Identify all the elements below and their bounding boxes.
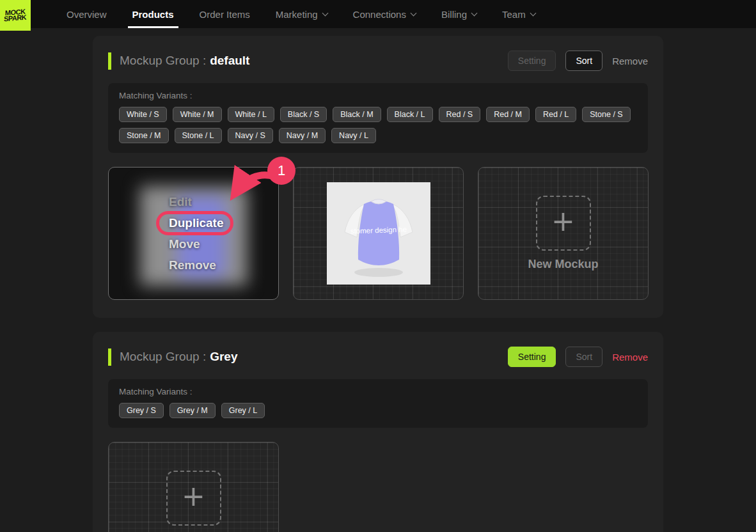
mockup-card-shirt[interactable]: stomer design he [293, 167, 464, 300]
matching-variants-panel: Matching Variants : White / S White / M … [108, 83, 648, 153]
variant-chip[interactable]: White / S [119, 107, 167, 122]
nav-item-label: Order Items [200, 9, 250, 20]
remove-group-button[interactable]: Remove [612, 347, 648, 367]
accent-bar [108, 348, 111, 366]
nav-item-label: Team [502, 9, 526, 20]
nav-item[interactable]: Connections [340, 0, 429, 28]
variant-chip[interactable]: Grey / S [119, 403, 164, 418]
nav-item[interactable]: Overview [54, 0, 120, 28]
nav-item[interactable]: Marketing [263, 0, 340, 28]
variant-chip[interactable]: Stone / L [175, 128, 222, 143]
context-menu: Edit Duplicate Move Remove [169, 196, 224, 272]
plus-icon: + [182, 482, 205, 510]
chevron-down-icon [471, 10, 478, 16]
matching-variants-label: Matching Variants : [119, 387, 637, 396]
context-menu-item[interactable]: Remove [169, 259, 216, 272]
nav-item-label: Marketing [276, 9, 318, 20]
variant-chip[interactable]: Stone / S [582, 107, 630, 122]
context-menu-item[interactable]: Edit [169, 196, 192, 208]
nav-menu: Overview Products Order Items Marketing … [54, 0, 548, 28]
setting-button[interactable]: Setting [508, 51, 556, 71]
nav-item[interactable]: Billing [429, 0, 489, 28]
new-mockup-label: New Mockup [478, 258, 648, 271]
variant-chip-list: Grey / S Grey / M Grey / L [119, 403, 637, 418]
nav-item-label: Overview [67, 9, 107, 20]
matching-variants-label: Matching Variants : [119, 91, 637, 100]
context-menu-item[interactable]: Move [169, 238, 200, 251]
variant-chip[interactable]: Red / M [486, 107, 530, 122]
variant-chip[interactable]: Stone / M [119, 128, 169, 143]
annotation-step-badge: 1 [267, 157, 295, 185]
shirt-mockup-image: stomer design he [327, 182, 430, 285]
chevron-down-icon [322, 10, 328, 16]
section-title-prefix: Mockup Group : [120, 350, 206, 363]
variant-chip[interactable]: Red / S [439, 107, 481, 122]
sort-button[interactable]: Sort [565, 347, 602, 367]
section-header: Mockup Group :default Setting Sort Remov… [108, 51, 648, 71]
new-mockup-card[interactable]: + New Mockup [108, 442, 279, 532]
chevron-down-icon [411, 10, 417, 16]
nav-item[interactable]: Products [120, 0, 187, 28]
section-title-value: default [210, 54, 249, 67]
section-title-prefix: Mockup Group : [120, 54, 206, 67]
section-title: Mockup Group :Grey [120, 350, 237, 364]
setting-button[interactable]: Setting [508, 347, 556, 367]
section-header: Mockup Group :Grey Setting Sort Remove [108, 347, 648, 367]
variant-chip[interactable]: Grey / M [169, 403, 216, 418]
app-logo-text: MOCK SPARK [4, 8, 26, 22]
variant-chip[interactable]: Navy / L [331, 128, 376, 143]
variant-chip[interactable]: Black / M [333, 107, 381, 122]
variant-chip[interactable]: Navy / S [228, 128, 273, 143]
chevron-down-icon [530, 10, 536, 16]
section-title-value: Grey [210, 350, 237, 363]
variant-chip[interactable]: Navy / M [279, 128, 326, 143]
top-nav: MOCK SPARK Overview Products Order Items… [0, 0, 756, 28]
variant-chip[interactable]: Grey / L [221, 403, 265, 418]
mockup-cards-row: Edit Duplicate Move Remove [108, 167, 648, 300]
mockup-group-section-default: Mockup Group :default Setting Sort Remov… [93, 36, 663, 318]
variant-chip[interactable]: Black / S [280, 107, 327, 122]
mockup-cards-row: + New Mockup [108, 442, 648, 532]
accent-bar [108, 52, 111, 70]
nav-item-label: Billing [441, 9, 467, 20]
nav-item-label: Products [132, 9, 174, 20]
new-mockup-dashed-box: + [536, 196, 591, 251]
main-content: Mockup Group :default Setting Sort Remov… [0, 28, 756, 532]
variant-chip[interactable]: White / L [228, 107, 274, 122]
plus-icon: + [551, 207, 575, 235]
nav-item[interactable]: Order Items [187, 0, 263, 28]
remove-group-button[interactable]: Remove [612, 51, 648, 71]
variant-chip[interactable]: White / M [173, 107, 222, 122]
section-actions: Setting Sort Remove [508, 347, 648, 367]
new-mockup-card[interactable]: + New Mockup [478, 167, 649, 300]
new-mockup-dashed-box: + [166, 471, 221, 526]
nav-item[interactable]: Team [489, 0, 548, 28]
section-title: Mockup Group :default [120, 54, 249, 68]
context-menu-item[interactable]: Duplicate [169, 217, 224, 230]
section-actions: Setting Sort Remove [508, 51, 648, 71]
nav-item-label: Connections [353, 9, 406, 20]
matching-variants-panel: Matching Variants : Grey / S Grey / M Gr… [108, 379, 648, 428]
app-logo[interactable]: MOCK SPARK [0, 0, 31, 31]
variant-chip[interactable]: Red / L [535, 107, 576, 122]
variant-chip[interactable]: Black / L [387, 107, 433, 122]
variant-chip-list: White / S White / M White / L Black / S … [119, 107, 637, 143]
sort-button[interactable]: Sort [565, 51, 602, 71]
mockup-group-section-grey: Mockup Group :Grey Setting Sort Remove M… [93, 332, 663, 532]
